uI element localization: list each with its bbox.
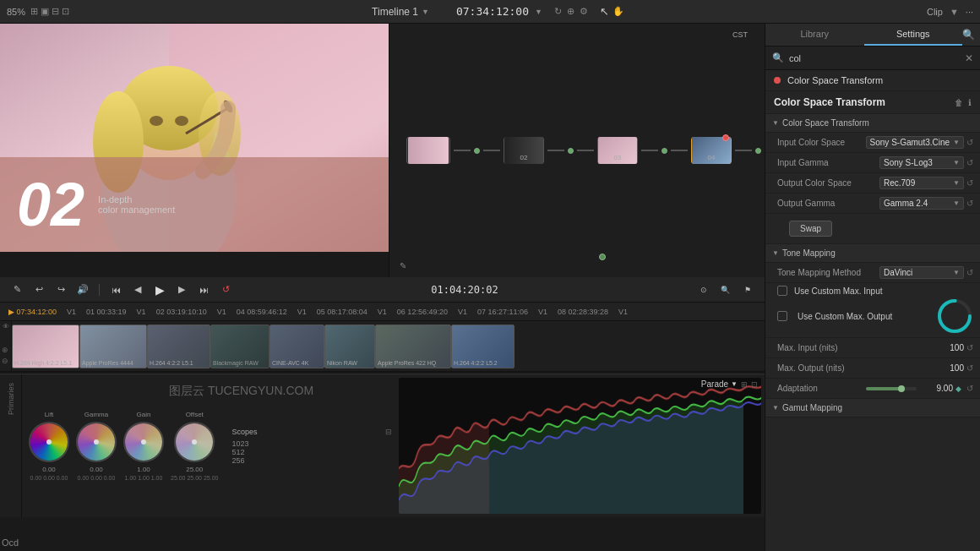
search-clear-btn[interactable]: ✕	[965, 52, 973, 64]
offset-wheel-canvas[interactable]	[174, 422, 215, 462]
clip-4[interactable]: Blackmagic RAW	[210, 325, 270, 368]
output-color-space-dropdown[interactable]: Rec.709 ▼	[879, 177, 964, 189]
layout-btn-2[interactable]: ▣	[41, 6, 49, 17]
redo-btn[interactable]: ↪	[52, 281, 69, 298]
gamut-mapping-section-header[interactable]: ▼ Gamut Mapping	[765, 399, 980, 417]
timeline-dropdown-icon[interactable]: ▼	[422, 8, 429, 16]
next-frame-btn[interactable]: ▶	[173, 281, 190, 298]
undo-btn[interactable]: ↩	[30, 281, 47, 298]
tone-mapping-method-dropdown[interactable]: DaVinci ▼	[879, 266, 964, 279]
clip-8[interactable]: H.264 4:2:2 L5.2	[451, 325, 514, 368]
edit-icon-btn[interactable]: ✎	[8, 281, 25, 298]
remove-icon[interactable]: ⊖	[2, 357, 8, 365]
track-marker-0: ▶ 07:34:12:00	[3, 308, 62, 316]
plugin-list-item[interactable]: Color Space Transform	[765, 70, 980, 91]
output-gamma-dropdown[interactable]: Gamma 2.4 ▼	[879, 197, 964, 210]
gamma-values-full: 0.00 0.00 0.00	[78, 475, 116, 481]
settings-icon-top[interactable]: ⚙	[580, 6, 588, 17]
loop-btn[interactable]: ↺	[217, 281, 234, 298]
gain-wheel-canvas[interactable]	[123, 422, 164, 462]
input-color-space-dropdown[interactable]: Sony S-Gamut3.Cine ▼	[866, 136, 964, 149]
sync-icon[interactable]: ↻	[554, 6, 562, 17]
skip-end-btn[interactable]: ⏭	[195, 281, 212, 298]
cst-section-header[interactable]: ▼ Color Space Transform	[765, 114, 980, 133]
lift-wheel-canvas[interactable]	[29, 422, 69, 462]
clip-dropdown-icon[interactable]: ▼	[950, 7, 959, 17]
gamma-values: 0.00	[90, 466, 103, 473]
tone-mapping-method-reset[interactable]: ↺	[966, 268, 973, 277]
cursor-icon[interactable]: ↖	[600, 5, 609, 18]
clip-4-label: Blackmagic RAW	[213, 360, 267, 366]
input-color-space-reset[interactable]: ↺	[966, 138, 973, 147]
clip-2[interactable]: Apple ProRes 4444	[79, 325, 147, 368]
input-gamma-reset[interactable]: ↺	[966, 158, 973, 167]
lift-values: 0.00	[42, 466, 56, 473]
adaptation-keyframe-icon[interactable]: ◆	[956, 385, 961, 393]
track-eye-icon[interactable]: 👁	[3, 323, 9, 330]
node-04[interactable]: 04	[691, 137, 732, 164]
connector-5	[641, 150, 658, 151]
clip-1[interactable]: H.264 High 4:2:2 L5.1	[12, 325, 79, 368]
timecode-dropdown[interactable]: ▼	[535, 8, 542, 16]
hand-icon[interactable]: ✋	[612, 6, 624, 17]
add-icon[interactable]: ⊕	[2, 346, 8, 354]
zoom-level[interactable]: 85%	[7, 7, 25, 17]
plugin-info-icon[interactable]: ℹ	[968, 98, 972, 107]
node-02[interactable]: 02	[504, 137, 544, 164]
layout-btn-1[interactable]: ⊞	[30, 6, 38, 17]
track-v1-label-1: V1	[63, 308, 79, 316]
tab-library[interactable]: Library	[765, 24, 864, 46]
clip-5[interactable]: CINE-AVC 4K	[270, 325, 324, 368]
max-output-reset[interactable]: ↺	[966, 363, 973, 373]
plugin-trash-icon[interactable]: 🗑	[955, 98, 963, 107]
search-icon[interactable]: 🔍	[962, 29, 975, 41]
output-color-space-reset[interactable]: ↺	[966, 178, 973, 188]
swap-button[interactable]: Swap	[789, 221, 832, 237]
track-header-row: ▶ 07:34:12:00 V1 01 00:33:19 V1 02 03:19…	[0, 303, 765, 321]
adaptation-slider[interactable]	[866, 387, 917, 390]
max-input-reset[interactable]: ↺	[966, 343, 973, 352]
tab-settings[interactable]: Settings	[864, 24, 963, 46]
flag-btn[interactable]: ⚑	[739, 281, 756, 298]
clip-6[interactable]: Nikon RAW	[324, 325, 375, 368]
search-input[interactable]	[789, 53, 960, 63]
node-03[interactable]: 03	[597, 137, 638, 164]
zoom-btn[interactable]: 🔍	[717, 281, 734, 298]
tone-mapping-section-header[interactable]: ▼ Tone Mapping	[765, 244, 980, 263]
clip-3[interactable]: H.264 4:2:2 L5.1	[147, 325, 210, 368]
scope-options-icon[interactable]: ⊞	[741, 380, 748, 389]
scopes-layout-icon[interactable]: ⊟	[385, 428, 392, 436]
teal-dial-container[interactable]	[936, 297, 973, 335]
layout-btn-4[interactable]: ⊡	[62, 6, 69, 17]
camera-icon[interactable]: ⊕	[567, 6, 574, 17]
play-btn[interactable]: ▶	[151, 281, 168, 298]
scope-layout-icon[interactable]: ⊡	[751, 380, 758, 389]
input-color-space-row: Input Color Space Sony S-Gamut3.Cine ▼ ↺	[765, 133, 980, 153]
use-custom-max-input-checkbox[interactable]	[777, 286, 787, 296]
clip-7[interactable]: Apple ProRes 422 HQ	[375, 325, 451, 368]
connector-3	[547, 150, 564, 151]
node-01[interactable]	[406, 137, 450, 164]
gamma-wheel-canvas[interactable]	[76, 422, 117, 462]
parade-selector[interactable]: Parade ▼	[701, 379, 738, 389]
adaptation-slider-handle[interactable]	[898, 385, 905, 392]
input-gamma-dropdown[interactable]: Sony S-Log3 ▼	[879, 156, 964, 169]
track-marker-7: 08 02:28:39:28	[553, 308, 613, 316]
scopes-title-label: Scopes	[231, 428, 257, 436]
svg-point-9	[175, 116, 188, 126]
skip-start-btn[interactable]: ⏮	[107, 281, 124, 298]
adaptation-reset[interactable]: ↺	[966, 384, 973, 393]
gamma-wheel: Gamma 0.00 0.00 0.00 0.00	[76, 411, 117, 481]
input-color-space-label: Input Color Space	[777, 138, 866, 147]
node-edit-icon[interactable]: ✎	[400, 261, 406, 270]
marker-btn[interactable]: ⊙	[695, 281, 712, 298]
audio-btn[interactable]: 🔊	[74, 281, 91, 298]
more-icon[interactable]: ···	[966, 7, 973, 17]
output-gamma-reset[interactable]: ↺	[966, 199, 973, 208]
layout-btn-3[interactable]: ⊟	[52, 6, 59, 17]
clip-1-label: H.264 High 4:2:2 L5.1	[14, 360, 77, 366]
offset-values: 25.00	[186, 466, 203, 473]
use-custom-max-output-checkbox[interactable]	[777, 311, 787, 321]
input-gamma-value: Sony S-Log3	[884, 158, 950, 167]
prev-frame-btn[interactable]: ◀	[129, 281, 146, 298]
